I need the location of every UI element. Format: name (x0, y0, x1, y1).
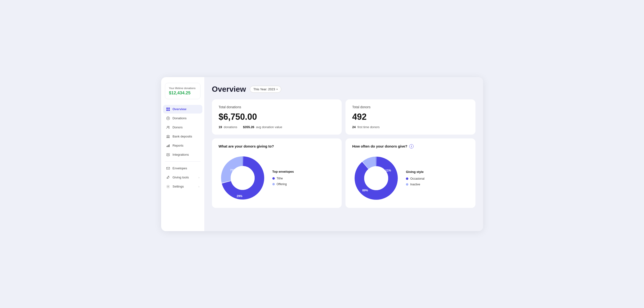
svg-point-5 (167, 126, 168, 127)
svg-text:89%: 89% (362, 189, 368, 192)
legend-label-offering: Offering (277, 183, 287, 186)
app-container: Your lifetime donations $12,434.25 Overv… (161, 77, 483, 231)
settings-icon (166, 184, 170, 189)
sidebar-item-donors[interactable]: Donors (163, 123, 202, 132)
svg-text:71%: 71% (230, 169, 236, 172)
nav-section-secondary: Envelopes Giving tools › (161, 164, 204, 191)
sidebar-item-label: Bank deposits (173, 135, 192, 138)
giving-to-chart-card: What are your donors giving to? 71% (212, 138, 342, 208)
sidebar-item-settings[interactable]: Settings › (163, 182, 202, 191)
sidebar-item-label: Overview (173, 107, 186, 111)
legend-dot-occasional (406, 177, 408, 180)
giving-freq-chart-card: How often do your donors give? i (346, 138, 476, 208)
main-content: Overview This Year: 2023 ▾ Total donatio… (204, 77, 483, 231)
nav-divider (165, 161, 200, 162)
sidebar-item-giving-tools[interactable]: Giving tools › (163, 173, 202, 182)
year-selector-button[interactable]: This Year: 2023 ▾ (250, 86, 281, 93)
giving-to-chart-area: 71% 29% Top envelopes Tithe Offering (219, 152, 335, 202)
sidebar-item-label: Reports (173, 144, 184, 147)
integrations-icon (166, 153, 170, 157)
info-icon[interactable]: i (409, 144, 414, 148)
legend-item-tithe: Tithe (272, 177, 294, 180)
svg-point-13 (168, 186, 168, 187)
legend-dot-inactive (406, 183, 408, 186)
giving-tools-chevron: › (198, 176, 200, 179)
sidebar-item-bank-deposits[interactable]: Bank deposits (163, 132, 202, 141)
total-donations-value: $6,750.00 (219, 112, 335, 122)
legend-title: Top envelopes (272, 170, 294, 173)
total-donations-card: Total donations $6,750.00 19 donations $… (212, 99, 342, 135)
sidebar-item-label: Donations (173, 116, 187, 120)
envelopes-icon (166, 166, 170, 171)
sidebar-item-reports[interactable]: Reports (163, 141, 202, 150)
donations-avg: $355.26 avg donation value (243, 125, 282, 129)
sidebar-item-label: Integrations (173, 153, 189, 156)
giving-freq-chart-area: 89% 11% Giving style Occasional Inactive (352, 152, 469, 202)
giving-freq-legend: Giving style Occasional Inactive (406, 170, 424, 186)
svg-point-21 (364, 166, 388, 190)
nav-section-primary: Overview Donations (161, 105, 204, 159)
total-donations-title: Total donations (219, 105, 335, 109)
total-donors-title: Total donors (352, 105, 469, 109)
giving-tools-icon (166, 175, 170, 180)
svg-rect-3 (168, 109, 170, 111)
giving-to-legend: Top envelopes Tithe Offering (272, 170, 294, 186)
stats-row: Total donations $6,750.00 19 donations $… (212, 99, 476, 135)
total-donors-sub: 24 first time donors (352, 125, 469, 129)
svg-rect-2 (166, 109, 168, 111)
settings-chevron: › (198, 185, 200, 188)
svg-rect-7 (167, 146, 167, 147)
sidebar: Your lifetime donations $12,434.25 Overv… (161, 77, 204, 231)
bank-deposits-icon (166, 134, 170, 139)
legend-label-inactive: Inactive (410, 183, 420, 186)
giving-to-donut: 71% 29% (219, 154, 266, 202)
sidebar-item-envelopes[interactable]: Envelopes (163, 164, 202, 173)
year-selector-chevron: ▾ (276, 88, 278, 90)
sidebar-item-donations[interactable]: Donations (163, 114, 202, 123)
sidebar-item-label: Giving tools (173, 176, 189, 179)
total-donors-value: 492 (352, 112, 469, 122)
legend-item-occasional: Occasional (406, 177, 424, 180)
svg-text:29%: 29% (237, 195, 242, 198)
legend-title-freq: Giving style (406, 170, 424, 174)
legend-item-offering: Offering (272, 183, 294, 186)
sidebar-item-integrations[interactable]: Integrations (163, 150, 202, 159)
donations-count: 19 donations (219, 125, 237, 129)
charts-row: What are your donors giving to? 71% (212, 138, 476, 208)
sidebar-item-overview[interactable]: Overview (163, 105, 202, 113)
svg-text:11%: 11% (385, 169, 391, 172)
overview-icon (166, 107, 170, 111)
page-header: Overview This Year: 2023 ▾ (212, 85, 476, 94)
reports-icon (166, 143, 170, 148)
sidebar-item-label: Settings (173, 185, 184, 188)
giving-to-chart-title: What are your donors giving to? (219, 144, 335, 148)
lifetime-label: Your lifetime donations (169, 86, 196, 90)
total-donors-card: Total donors 492 24 first time donors (346, 99, 476, 135)
total-donations-sub: 19 donations $355.26 avg donation value (219, 125, 335, 129)
lifetime-card: Your lifetime donations $12,434.25 (165, 83, 200, 99)
svg-point-6 (168, 126, 169, 127)
legend-item-inactive: Inactive (406, 183, 424, 186)
legend-dot-tithe (272, 177, 275, 180)
donors-icon (166, 125, 170, 130)
donations-icon (166, 116, 170, 120)
legend-label-tithe: Tithe (277, 177, 283, 180)
svg-point-10 (168, 154, 168, 155)
giving-freq-donut: 89% 11% (352, 154, 400, 202)
year-selector-label: This Year: 2023 (254, 87, 275, 91)
svg-rect-1 (168, 107, 170, 109)
svg-rect-0 (166, 107, 168, 109)
sidebar-item-label: Donors (173, 125, 183, 129)
legend-dot-offering (272, 183, 275, 185)
svg-rect-8 (168, 145, 168, 147)
legend-label-occasional: Occasional (410, 177, 424, 180)
lifetime-amount: $12,434.25 (169, 90, 196, 96)
page-title: Overview (212, 85, 246, 94)
sidebar-item-label: Envelopes (173, 166, 187, 170)
svg-rect-9 (169, 144, 170, 147)
first-time-donors: 24 first time donors (352, 125, 380, 129)
giving-freq-chart-title: How often do your donors give? i (352, 144, 469, 148)
